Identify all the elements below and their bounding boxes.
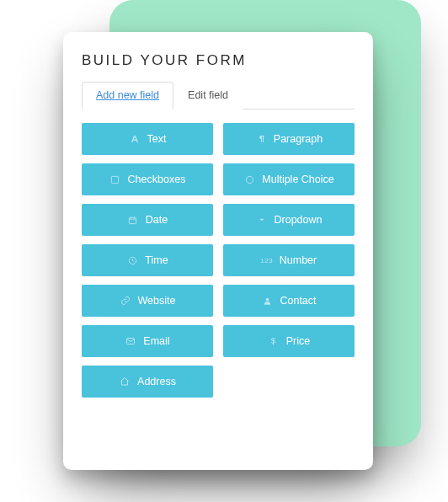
panel-title: BUILD YOUR FORM — [82, 52, 355, 69]
field-type-text[interactable]: Text — [82, 123, 213, 155]
tab-label: Add new field — [96, 89, 159, 101]
field-type-address[interactable]: Address — [82, 366, 213, 398]
field-type-contact[interactable]: Contact — [223, 285, 355, 317]
field-type-website[interactable]: Website — [82, 285, 213, 317]
tab-bar: Add new field Edit field — [82, 81, 355, 109]
field-type-time[interactable]: Time — [82, 244, 213, 276]
user-icon — [261, 295, 273, 307]
radio-icon — [243, 174, 255, 185]
calendar-icon — [127, 214, 139, 226]
field-label: Price — [286, 335, 310, 347]
field-type-email[interactable]: Email — [82, 325, 213, 357]
caret-down-icon — [256, 214, 268, 226]
home-icon — [119, 376, 131, 387]
field-type-date[interactable]: Date — [82, 204, 213, 236]
field-type-paragraph[interactable]: Paragraph — [223, 123, 355, 155]
field-type-dropdown[interactable]: Dropdown — [223, 204, 355, 236]
field-label: Checkboxes — [128, 174, 186, 185]
field-label: Email — [143, 335, 169, 347]
paragraph-icon — [255, 133, 267, 145]
tab-add-new-field[interactable]: Add new field — [82, 82, 173, 109]
field-label: Website — [138, 295, 176, 307]
field-type-number[interactable]: 123 Number — [223, 244, 355, 276]
form-builder-panel: BUILD YOUR FORM Add new field Edit field… — [63, 32, 373, 470]
field-label: Date — [146, 214, 168, 226]
field-type-price[interactable]: Price — [223, 325, 355, 357]
field-type-checkboxes[interactable]: Checkboxes — [82, 163, 213, 195]
checkbox-icon — [109, 174, 121, 185]
field-label: Number — [280, 254, 317, 266]
field-label: Paragraph — [274, 133, 323, 145]
tab-edit-field[interactable]: Edit field — [173, 82, 243, 109]
envelope-icon — [125, 335, 136, 347]
field-label: Multiple Choice — [262, 174, 333, 185]
field-label: Contact — [280, 295, 316, 307]
clock-icon — [126, 254, 138, 266]
field-label: Text — [147, 133, 167, 145]
number-icon: 123 — [261, 254, 273, 266]
field-label: Address — [137, 376, 176, 387]
link-icon — [120, 295, 131, 307]
svg-point-1 — [246, 176, 253, 183]
tab-label: Edit field — [188, 89, 228, 101]
field-label: Time — [145, 254, 168, 266]
field-type-multiple-choice[interactable]: Multiple Choice — [223, 163, 355, 195]
svg-point-4 — [266, 297, 269, 301]
svg-rect-0 — [111, 176, 118, 183]
font-icon — [129, 133, 141, 145]
field-label: Dropdown — [275, 214, 323, 226]
dollar-icon — [268, 335, 280, 347]
svg-rect-2 — [130, 217, 136, 223]
field-type-grid: Text Paragraph Checkboxes Multiple Choic… — [82, 123, 355, 398]
